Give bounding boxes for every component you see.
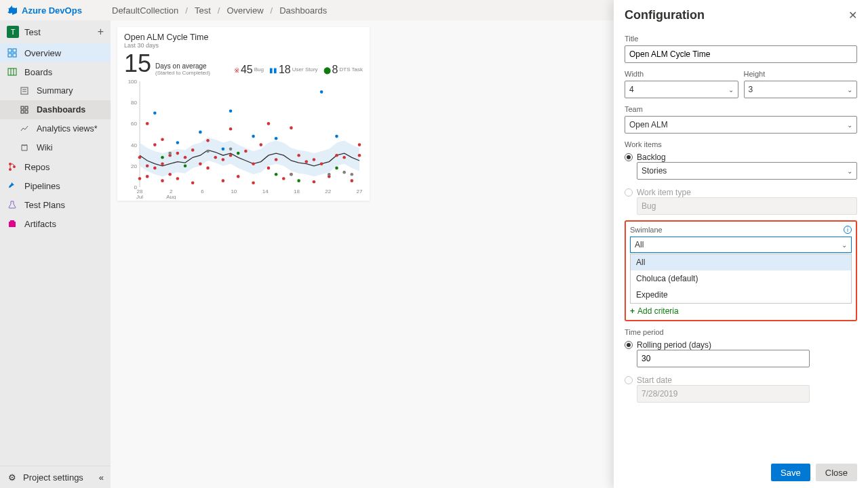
svg-point-65 — [252, 181, 255, 184]
radio-startdate[interactable]: Start date — [625, 375, 857, 385]
crumb-3[interactable]: Dashboards — [279, 5, 327, 16]
crumb-2[interactable]: Overview — [226, 5, 263, 16]
radio-off-icon — [625, 188, 633, 197]
sidebar-item-artifacts[interactable]: Artifacts — [0, 214, 111, 233]
svg-point-97 — [297, 179, 300, 182]
repos-icon — [7, 161, 18, 172]
sidebar-item-label: Repos — [24, 162, 50, 172]
svg-point-71 — [290, 126, 293, 129]
project-name: Test — [24, 27, 41, 37]
crumb-0[interactable]: DefaultCollection — [112, 5, 178, 16]
svg-point-44 — [161, 138, 164, 142]
svg-text:40: 40 — [131, 142, 137, 148]
swimlane-highlight: Swimlane i All⌄ All Choluca (default) Ex… — [625, 220, 857, 321]
save-button[interactable]: Save — [771, 464, 810, 481]
svg-point-55 — [206, 139, 210, 142]
title-input[interactable] — [625, 45, 857, 63]
sidebar-item-boards[interactable]: Boards — [0, 62, 111, 81]
svg-point-102 — [290, 173, 293, 176]
sidebar-sub-summary[interactable]: Summary — [0, 81, 111, 100]
boards-icon — [7, 66, 18, 77]
svg-point-80 — [342, 156, 346, 159]
azure-devops-icon — [7, 5, 18, 16]
svg-text:10: 10 — [231, 188, 237, 195]
close-icon[interactable]: ✕ — [848, 9, 857, 22]
svg-point-84 — [153, 112, 157, 115]
swimlane-option[interactable]: Expedite — [631, 287, 851, 303]
logo-area: Azure DevOps — [7, 5, 112, 16]
svg-point-56 — [206, 167, 210, 170]
svg-text:6: 6 — [201, 188, 204, 195]
svg-point-68 — [267, 167, 271, 170]
height-label: Height — [744, 70, 858, 78]
radio-backlog[interactable]: Backlog — [625, 152, 857, 162]
svg-point-79 — [335, 154, 338, 157]
svg-point-40 — [146, 165, 149, 168]
svg-point-57 — [214, 156, 217, 159]
svg-text:27: 27 — [357, 188, 363, 195]
svg-text:60: 60 — [131, 121, 137, 127]
sidebar-sub-analytics[interactable]: Analytics views* — [0, 119, 111, 138]
sidebar-item-label: Test Plans — [24, 200, 65, 210]
svg-rect-12 — [21, 110, 24, 113]
svg-text:20: 20 — [131, 163, 137, 169]
collapse-icon[interactable]: « — [99, 472, 104, 483]
svg-point-98 — [335, 167, 338, 170]
svg-point-67 — [267, 122, 271, 125]
svg-point-53 — [191, 181, 195, 184]
testplans-icon — [7, 199, 18, 210]
sidebar-item-testplans[interactable]: Test Plans — [0, 195, 111, 214]
startdate-input: 7/28/2019 — [637, 385, 810, 403]
cycle-time-widget[interactable]: Open ALM Cycle Time Last 30 days 15 Days… — [117, 27, 370, 201]
crumb-1[interactable]: Test — [195, 5, 211, 16]
rolling-input[interactable] — [637, 350, 810, 367]
sidebar-item-label: Dashboards — [37, 105, 85, 115]
svg-rect-17 — [9, 222, 16, 227]
svg-point-16 — [13, 165, 16, 168]
width-select[interactable]: 4⌄ — [625, 81, 738, 98]
sidebar-item-overview[interactable]: Overview — [0, 43, 111, 62]
backlog-select[interactable]: Stories⌄ — [637, 162, 857, 180]
svg-text:80: 80 — [131, 100, 137, 106]
svg-point-49 — [176, 152, 180, 155]
metric-bug: ※ 45 Bug — [234, 64, 264, 76]
radio-wit[interactable]: Work item type — [625, 188, 857, 197]
svg-rect-2 — [8, 54, 12, 57]
project-row[interactable]: T Test + — [0, 20, 111, 43]
height-select[interactable]: 3⌄ — [744, 81, 858, 98]
swimlane-select[interactable]: All⌄ — [630, 237, 852, 253]
svg-rect-0 — [8, 49, 12, 52]
svg-point-15 — [9, 168, 12, 171]
sidebar-sub-dashboards[interactable]: Dashboards — [0, 100, 111, 119]
svg-text:18: 18 — [294, 188, 300, 195]
svg-point-89 — [252, 135, 255, 138]
widget-title: Open ALM Cycle Time — [124, 33, 363, 42]
svg-text:100: 100 — [128, 79, 138, 85]
gear-icon: ⚙ — [7, 472, 18, 483]
add-criteria[interactable]: + Add criteria — [630, 306, 852, 316]
add-icon[interactable]: + — [98, 26, 104, 38]
sidebar-sub-wiki[interactable]: Wiki — [0, 138, 111, 157]
workitems-label: Work items — [625, 140, 857, 148]
sidebar-item-pipelines[interactable]: Pipelines — [0, 176, 111, 195]
swimlane-option[interactable]: All — [631, 254, 851, 270]
chevron-down-icon: ⌄ — [728, 86, 734, 94]
sidebar-item-repos[interactable]: Repos — [0, 157, 111, 176]
close-button[interactable]: Close — [816, 464, 857, 481]
project-settings[interactable]: ⚙ Project settings « — [0, 466, 111, 488]
svg-point-81 — [351, 179, 354, 182]
svg-point-86 — [199, 131, 202, 134]
radio-rolling[interactable]: Rolling period (days) — [625, 340, 857, 350]
team-select[interactable]: Open ALM⌄ — [625, 116, 857, 134]
svg-point-73 — [297, 154, 300, 157]
svg-point-105 — [351, 173, 354, 176]
sidebar-item-label: Pipelines — [24, 181, 60, 191]
svg-rect-1 — [13, 49, 16, 52]
breadcrumb: DefaultCollection/ Test/ Overview/ Dashb… — [112, 5, 327, 16]
days-sublabel: (Started to Completed) — [155, 70, 210, 76]
chevron-down-icon: ⌄ — [847, 121, 852, 129]
radio-off-icon — [625, 376, 633, 384]
swimlane-option[interactable]: Choluca (default) — [631, 270, 851, 287]
sidebar-item-label: Boards — [24, 67, 52, 77]
info-icon[interactable]: i — [844, 226, 852, 234]
